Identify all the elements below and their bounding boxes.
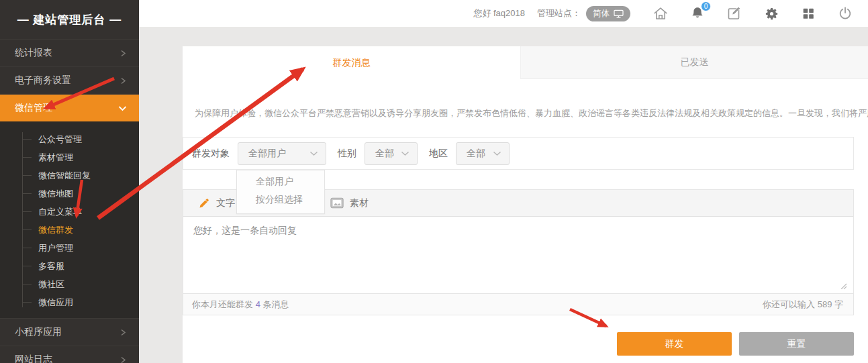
main-area: 您好 faq2018 管理站点： 简体 0 群发消息 已发送 [139,0,868,363]
quota-count: 4 [256,299,260,309]
managed-site-label: 管理站点： [537,7,581,19]
dropdown-option-by-group[interactable]: 按分组选择 [237,191,324,209]
gear-icon[interactable] [763,5,780,22]
chevron-right-icon [119,329,127,336]
target-select-value: 全部用户 [248,148,286,160]
notification-badge: 0 [701,1,711,11]
gender-select[interactable]: 全部 [365,142,418,165]
sidebar-item-label: 电子商务设置 [15,74,71,87]
content-card: 群发消息 已发送 为保障用户体验，微信公众平台严禁恶意营销以及诱导分享朋友圈，严… [183,46,868,363]
tab-mass-send-message[interactable]: 群发消息 [183,46,520,79]
reset-button[interactable]: 重置 [739,332,854,356]
sidebar-item-wechat-management[interactable]: 微信管理 [0,94,139,121]
sidebar-item-statistics[interactable]: 统计报表 [0,39,139,66]
region-select[interactable]: 全部 [456,142,510,165]
apps-grid-icon[interactable] [800,5,817,22]
sidebar-item-label: 网站日志 [15,354,52,363]
material-tool-label: 素材 [350,197,369,209]
sidebar-item-label: 微信管理 [15,102,52,114]
power-logout-icon[interactable] [836,5,854,22]
language-switch-button[interactable]: 简体 [586,6,630,21]
monitor-icon [614,9,624,18]
sidebar-subitem-wechat-map[interactable]: 微信地图 [0,185,139,203]
notifications-bell-icon[interactable]: 0 [689,5,706,22]
text-tool-label: 文字 [216,197,235,209]
gender-select-value: 全部 [375,148,394,160]
language-label: 简体 [593,8,610,19]
chevron-down-icon [118,105,127,111]
chars-left-text: 你还可以输入 589 字 [763,299,843,311]
sidebar-subitem-custom-menu[interactable]: 自定义菜单 [0,203,139,221]
sidebar: — 建站管理后台 — 统计报表 电子商务设置 微信管理 公众号管理 素材管理 微… [0,0,139,363]
topbar: 您好 faq2018 管理站点： 简体 0 [139,0,868,27]
home-icon[interactable] [652,5,669,22]
message-textarea[interactable]: 您好，这是一条自动回复 [183,217,853,293]
sidebar-subitem-smart-reply[interactable]: 微信智能回复 [0,166,139,185]
policy-notice: 为保障用户体验，微信公众平台严禁恶意营销以及诱导分享朋友圈，严禁发布色情低俗、暴… [183,107,868,119]
sidebar-subitem-material[interactable]: 素材管理 [0,148,139,166]
target-label: 群发对象 [192,148,230,160]
image-icon [330,197,344,209]
text-tool[interactable]: 文字 [198,197,235,209]
resize-grip[interactable] [840,280,847,291]
filter-bar: 群发对象 全部用户 性别 全部 地区 全部 [183,137,854,170]
pencil-icon [198,197,210,209]
chevron-right-icon [119,50,127,57]
gender-label: 性别 [338,148,356,160]
sidebar-item-mini-program[interactable]: 小程序应用 [0,318,139,346]
editor-footer: 你本月还能群发 4 条消息 你还可以输入 589 字 [183,293,853,315]
target-select[interactable]: 全部用户 [238,142,326,165]
monthly-quota-text: 你本月还能群发 4 条消息 [192,299,289,311]
chevron-right-icon [119,77,127,85]
sidebar-item-label: 统计报表 [15,47,52,59]
sidebar-submenu: 公众号管理 素材管理 微信智能回复 微信地图 自定义菜单 微信群发 用户管理 多… [0,121,139,318]
action-buttons: 群发 重置 [617,332,854,356]
sidebar-item-label: 小程序应用 [15,326,62,338]
sidebar-subitem-official-account[interactable]: 公众号管理 [0,130,139,148]
sidebar-item-ecommerce[interactable]: 电子商务设置 [0,66,139,94]
tab-sent[interactable]: 已发送 [520,46,868,79]
region-label: 地区 [429,148,448,160]
chevron-right-icon [119,356,127,363]
app-logo: — 建站管理后台 — [0,0,139,39]
chevron-down-icon [401,151,409,156]
chevron-down-icon [309,151,318,156]
region-select-value: 全部 [467,148,485,160]
sidebar-subitem-multi-service[interactable]: 多客服 [0,257,139,275]
chevron-down-icon [493,151,501,156]
edit-icon[interactable] [726,5,743,22]
material-tool[interactable]: 素材 [330,197,369,209]
target-select-dropdown: 全部用户 按分组选择 [236,170,325,214]
sidebar-item-site-log[interactable]: 网站日志 [0,346,139,363]
sidebar-subitem-user-management[interactable]: 用户管理 [0,239,139,257]
sidebar-subitem-mass-send[interactable]: 微信群发 [0,221,139,239]
tabs: 群发消息 已发送 [183,46,868,79]
user-greeting: 您好 faq2018 [473,7,525,19]
sidebar-subitem-wechat-app[interactable]: 微信应用 [0,293,139,311]
message-content: 您好，这是一条自动回复 [193,225,297,236]
dropdown-option-all-users[interactable]: 全部用户 [237,172,324,191]
mass-send-button[interactable]: 群发 [617,332,732,356]
sidebar-subitem-micro-community[interactable]: 微社区 [0,275,139,293]
